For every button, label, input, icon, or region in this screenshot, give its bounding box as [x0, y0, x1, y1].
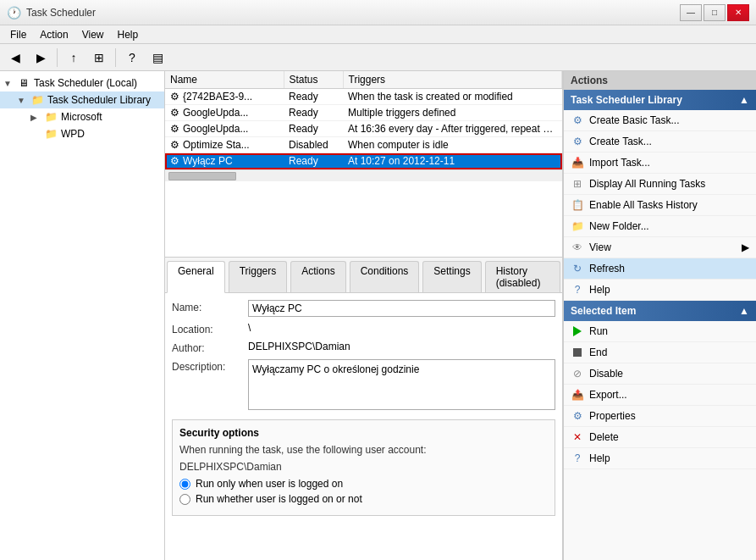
action-properties[interactable]: ⚙ Properties [564, 406, 756, 427]
selected-task-row[interactable]: ⚙Wyłącz PC Ready At 10:27 on 2012-12-11 [165, 153, 562, 169]
radio-whether-logged[interactable] [179, 494, 190, 505]
task-name-2: ⚙GoogleUpda... [165, 121, 284, 137]
task-trigger-2: At 16:36 every day - After triggered, re… [343, 121, 562, 137]
close-button[interactable]: ✕ [727, 4, 749, 21]
enable-history-icon: 📋 [571, 198, 584, 212]
description-textarea[interactable] [248, 359, 555, 410]
security-title: Security options [179, 427, 548, 439]
tree-library-expander: ▼ [17, 96, 30, 105]
action-refresh[interactable]: ↻ Refresh [564, 258, 756, 280]
field-description-row: Description: [172, 359, 555, 413]
toolbar-sep-1 [57, 48, 58, 67]
tab-conditions[interactable]: Conditions [350, 261, 420, 292]
action-view[interactable]: 👁 View ▶ [564, 237, 756, 258]
display-running-icon: ⊞ [571, 177, 584, 191]
action-end-label: End [589, 347, 607, 358]
tab-settings[interactable]: Settings [422, 261, 481, 292]
menu-bar: File Action View Help [0, 25, 756, 44]
detail-content: Name: Location: \ Author: DELPHIXSPC\Dam… [165, 293, 562, 560]
action-enable-history[interactable]: 📋 Enable All Tasks History [564, 195, 756, 216]
tree-root[interactable]: ▼ 🖥 Task Scheduler (Local) [0, 75, 164, 91]
toolbar-back[interactable]: ◀ [3, 47, 27, 69]
task-name-1: ⚙GoogleUpda... [165, 105, 284, 121]
menu-action[interactable]: Action [33, 27, 74, 42]
action-end[interactable]: End [564, 342, 756, 363]
table-row[interactable]: ⚙{2742BAE3-9... Ready When the task is c… [165, 89, 562, 105]
end-icon [571, 346, 584, 359]
toolbar-up[interactable]: ↑ [62, 47, 86, 69]
action-disable[interactable]: ⊘ Disable [564, 363, 756, 385]
security-user-text: When running the task, use the following… [179, 444, 548, 456]
tree-wpd[interactable]: 📁 WPD [0, 125, 164, 142]
description-value-container [248, 359, 555, 413]
action-disable-label: Disable [589, 368, 623, 380]
selected-collapse-icon[interactable]: ▲ [739, 305, 749, 317]
action-run-label: Run [589, 325, 608, 337]
task-list[interactable]: Name Status Triggers ⚙{2742BAE3-9... Rea… [165, 71, 562, 258]
tab-actions[interactable]: Actions [290, 261, 345, 292]
menu-view[interactable]: View [75, 27, 111, 42]
toolbar-grid[interactable]: ⊞ [87, 47, 111, 69]
action-create-task[interactable]: ⚙ Create Task... [564, 131, 756, 152]
action-run[interactable]: Run [564, 321, 756, 342]
task-status-2: Ready [284, 121, 343, 137]
delete-icon: ✕ [571, 430, 584, 444]
run-icon [571, 324, 584, 338]
task-name-3: ⚙Optimize Sta... [165, 137, 284, 153]
table-row[interactable]: ⚙GoogleUpda... Ready At 16:36 every day … [165, 121, 562, 137]
action-display-running[interactable]: ⊞ Display All Running Tasks [564, 174, 756, 195]
action-delete[interactable]: ✕ Delete [564, 427, 756, 448]
toolbar-sep-2 [115, 48, 116, 67]
svg-marker-0 [573, 326, 582, 336]
table-row[interactable]: ⚙Optimize Sta... Disabled When computer … [165, 137, 562, 153]
security-section: Security options When running the task, … [172, 419, 555, 516]
center-panel: Name Status Triggers ⚙{2742BAE3-9... Rea… [165, 71, 563, 560]
field-author-row: Author: DELPHIXSPC\Damian [172, 341, 555, 354]
toolbar-help[interactable]: ? [120, 47, 144, 69]
name-input[interactable] [248, 300, 555, 317]
tree-microsoft-expander: ▶ [30, 113, 44, 122]
toolbar-menu[interactable]: ▤ [146, 47, 169, 69]
library-collapse-icon[interactable]: ▲ [739, 94, 749, 106]
tab-history[interactable]: History (disabled) [485, 261, 560, 292]
location-value: \ [248, 322, 555, 334]
action-import-task[interactable]: 📥 Import Task... [564, 152, 756, 174]
folder-open-icon: 📁 [30, 93, 44, 107]
table-row[interactable]: ⚙GoogleUpda... Ready Multiple triggers d… [165, 105, 562, 121]
radio-row-1: Run only when user is logged on [179, 478, 548, 490]
action-export[interactable]: 📤 Export... [564, 385, 756, 406]
maximize-button[interactable]: □ [704, 4, 726, 21]
menu-file[interactable]: File [3, 27, 33, 42]
action-export-label: Export... [589, 389, 627, 401]
action-help-selected[interactable]: ? Help [564, 448, 756, 469]
import-task-icon: 📥 [571, 156, 584, 169]
task-trigger-4: At 10:27 on 2012-12-11 [343, 153, 562, 169]
tab-triggers[interactable]: Triggers [229, 261, 288, 292]
task-name-4: ⚙Wyłącz PC [165, 153, 284, 169]
toolbar-forward[interactable]: ▶ [29, 47, 52, 69]
radio-logged-on[interactable] [179, 479, 190, 490]
task-icon-0: ⚙ [170, 91, 179, 103]
menu-help[interactable]: Help [111, 27, 146, 42]
right-panel: Actions Task Scheduler Library ▲ ⚙ Creat… [563, 71, 756, 560]
action-help-library[interactable]: ? Help [564, 280, 756, 301]
tree-library[interactable]: ▼ 📁 Task Scheduler Library [0, 91, 164, 108]
task-list-hscrollbar[interactable] [165, 169, 562, 181]
selected-section-header: Selected Item ▲ [564, 301, 756, 321]
view-icon: 👁 [571, 241, 584, 254]
action-view-label: View [589, 241, 737, 253]
tree-microsoft[interactable]: ▶ 📁 Microsoft [0, 108, 164, 125]
action-new-folder[interactable]: 📁 New Folder... [564, 216, 756, 237]
action-new-folder-label: New Folder... [589, 220, 649, 232]
task-icon-1: ⚙ [170, 107, 179, 119]
minimize-button[interactable]: — [680, 4, 702, 21]
task-icon-2: ⚙ [170, 123, 179, 135]
window-title: Task Scheduler [26, 7, 96, 19]
task-name-0: ⚙{2742BAE3-9... [165, 89, 284, 105]
tabs-bar: General Triggers Actions Conditions Sett… [165, 258, 562, 293]
library-section-label: Task Scheduler Library [571, 94, 682, 106]
action-create-basic-task[interactable]: ⚙ Create Basic Task... [564, 110, 756, 131]
tab-general[interactable]: General [167, 261, 225, 293]
task-trigger-1: Multiple triggers defined [343, 105, 562, 121]
action-display-running-label: Display All Running Tasks [589, 178, 705, 190]
